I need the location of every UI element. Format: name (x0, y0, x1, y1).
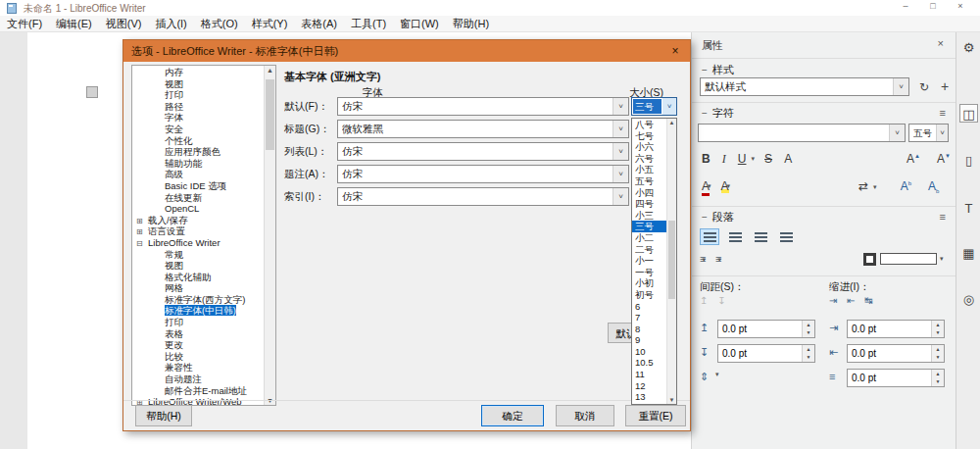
menu-item-file[interactable]: 文件(F) (0, 16, 49, 31)
decrease-indent-icon[interactable]: ⇤ (847, 295, 855, 306)
section-menu-icon[interactable]: ≡ (940, 211, 946, 223)
decrease-paragraph-spacing-icon[interactable]: ↧ (717, 295, 725, 306)
tree-item[interactable]: 打印 (132, 89, 264, 101)
chevron-down-icon[interactable]: ▾ (873, 183, 877, 191)
line-spacing-icon[interactable]: ⇕ (700, 371, 709, 383)
dialog-titlebar[interactable]: 选项 - LibreOffice Writer - 标准字体(中日韩) (123, 40, 690, 62)
align-justify-button[interactable] (776, 228, 796, 245)
collapse-icon[interactable]: − (702, 65, 708, 75)
menu-item-edit[interactable]: 编辑(E) (49, 16, 99, 31)
tree-item[interactable]: 标准字体(中日韩) (132, 305, 264, 317)
menu-item-styles[interactable]: 样式(Y) (245, 16, 295, 31)
subscript-icon[interactable]: Ab (928, 179, 939, 194)
tree-item[interactable]: 更改 (132, 339, 264, 351)
size-list-item[interactable]: 八号 (632, 119, 667, 130)
font-combobox[interactable]: 微软雅黑˅ (337, 120, 629, 138)
shadow-button[interactable]: A (784, 152, 792, 166)
scrollbar-thumb[interactable] (266, 79, 274, 150)
tree-item[interactable]: 应用程序颜色 (132, 146, 264, 158)
chevron-down-icon[interactable]: ˅ (612, 166, 628, 182)
tree-item[interactable]: 路径 (132, 101, 264, 113)
expand-icon[interactable]: ⊞ (136, 216, 148, 226)
minimize-button[interactable]: – (892, 1, 919, 11)
strikethrough-button[interactable]: S (764, 152, 772, 166)
tree-item[interactable]: ⊞语言设置 (132, 225, 264, 237)
cancel-button[interactable]: 取消 (556, 405, 614, 426)
menu-item-view[interactable]: 视图(V) (99, 16, 149, 31)
tree-item[interactable]: 个性化 (132, 135, 264, 147)
dialog-close-icon[interactable]: × (661, 40, 690, 62)
chevron-down-icon[interactable]: ˅ (612, 98, 628, 115)
background-color-swatch[interactable] (880, 253, 937, 265)
align-left-button[interactable] (700, 228, 719, 245)
reset-button[interactable]: 重置(E) (625, 405, 686, 426)
tree-item[interactable]: 常规 (132, 249, 264, 261)
decrease-font-size-icon[interactable]: A▼ (937, 152, 951, 166)
ok-button[interactable]: 确定 (481, 405, 544, 426)
chevron-down-icon[interactable]: ˅ (893, 78, 908, 95)
tree-item[interactable]: Basic IDE 选项 (132, 180, 264, 192)
hanging-indent-icon[interactable]: ↹ (864, 295, 872, 306)
italic-button[interactable]: I (722, 152, 726, 167)
new-style-icon[interactable]: + (941, 78, 949, 94)
chevron-down-icon[interactable]: ▾ (717, 256, 721, 264)
scrollbar-thumb[interactable] (668, 221, 675, 299)
paragraph-style-combobox[interactable]: 默认样式 ˅ (700, 77, 909, 96)
size-list-item[interactable]: 9 (632, 334, 667, 346)
tree-item[interactable]: 高级 (132, 169, 264, 180)
spinner[interactable]: ▲▼ (931, 370, 944, 386)
page-deck-icon[interactable]: ▯ (959, 151, 978, 170)
size-list-item[interactable]: 10.5 (632, 357, 667, 369)
font-combobox[interactable]: 仿宋˅ (337, 142, 629, 161)
bold-button[interactable]: B (702, 152, 710, 166)
chevron-down-icon[interactable]: ▾ (702, 256, 706, 264)
menu-item-tools[interactable]: 工具(T) (344, 16, 393, 31)
update-style-icon[interactable]: ↻ (919, 80, 929, 94)
size-list-item[interactable]: 小五 (632, 164, 667, 175)
scroll-up-icon[interactable]: ▲ (667, 120, 676, 125)
tree-scrollbar[interactable]: ▲ ▼ (264, 66, 275, 405)
tree-item[interactable]: 表格 (132, 328, 264, 340)
style-inspector-icon[interactable]: T (959, 199, 978, 218)
spinner[interactable]: ▲▼ (802, 321, 814, 337)
properties-deck-icon[interactable]: ◫ (959, 104, 978, 123)
menu-item-table[interactable]: 表格(A) (294, 16, 344, 31)
sidebar-close-icon[interactable]: × (938, 37, 944, 49)
tree-item[interactable]: 辅助功能 (132, 158, 264, 170)
size-list-item[interactable]: 小二 (632, 232, 667, 244)
chevron-down-icon[interactable]: ▾ (751, 155, 755, 163)
size-list-item[interactable]: 13 (632, 391, 667, 403)
tree-item[interactable]: 比较 (132, 351, 264, 363)
tree-item[interactable]: 视图 (132, 78, 264, 90)
chevron-down-icon[interactable]: ˅ (662, 98, 676, 115)
superscript-icon[interactable]: Ab (901, 179, 911, 193)
font-combobox[interactable]: 仿宋˅ (337, 165, 629, 183)
scroll-up-icon[interactable]: ▲ (265, 67, 275, 74)
help-button[interactable]: 帮助(H) (135, 405, 192, 426)
tree-item[interactable]: 兼容性 (132, 362, 264, 374)
tree-item[interactable]: 字体 (132, 112, 264, 124)
size-list-item[interactable]: 小六 (632, 141, 667, 153)
paragraph-section-header[interactable]: −段落 (702, 210, 734, 224)
tree-item[interactable]: 标准字体(西方文字) (132, 294, 264, 306)
chevron-down-icon[interactable]: ▾ (715, 371, 719, 378)
spinner[interactable]: ▲▼ (802, 345, 814, 362)
character-section-header[interactable]: −字符 (702, 106, 734, 121)
before-text-indent-field[interactable]: ▲▼ (847, 320, 945, 338)
font-combobox[interactable]: 仿宋˅ (337, 187, 629, 206)
size-list-item[interactable]: 七号 (632, 130, 667, 142)
size-list-item[interactable]: 初号 (632, 289, 667, 301)
size-list-item[interactable]: 小初 (632, 277, 667, 289)
chevron-down-icon[interactable]: ˅ (612, 188, 628, 205)
options-category-tree[interactable]: 内存视图打印路径字体安全个性化应用程序颜色辅助功能高级Basic IDE 选项在… (131, 65, 276, 406)
size-list-item[interactable]: 五号 (632, 175, 667, 187)
increase-indent-icon[interactable]: ⇥ (829, 295, 837, 306)
tree-item[interactable]: ⊟LibreOffice Writer (132, 237, 264, 249)
size-list-scrollbar[interactable]: ▲ ▼ (666, 119, 676, 404)
first-line-indent-field[interactable]: ▲▼ (847, 369, 945, 387)
size-list-item[interactable]: 小四 (632, 187, 667, 199)
size-list-item[interactable]: 四号 (632, 198, 667, 210)
default-size-combobox[interactable]: 三号 ˅ (631, 97, 677, 116)
tree-item[interactable]: 打印 (132, 317, 264, 328)
menu-item-help[interactable]: 帮助(H) (446, 16, 496, 31)
